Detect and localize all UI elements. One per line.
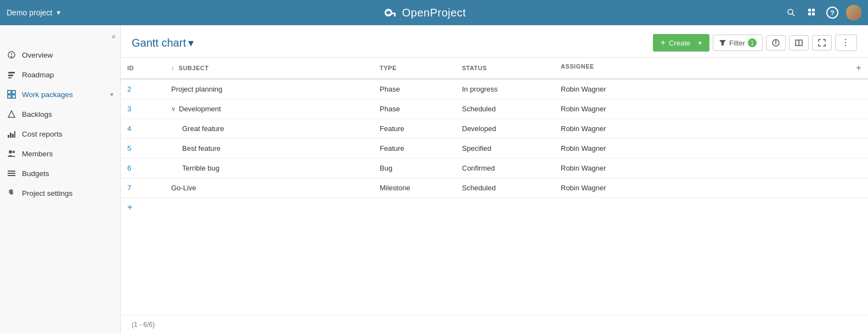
- create-label: Create: [669, 39, 690, 47]
- cell-status: Confirmed: [455, 158, 554, 178]
- sidebar-item-backlogs[interactable]: Backlogs: [0, 104, 120, 124]
- work-packages-chevron: ▾: [110, 91, 114, 98]
- cell-assignee: Robin Wagner: [554, 158, 868, 178]
- project-selector[interactable]: Demo project ▼: [7, 8, 61, 17]
- project-chevron: ▼: [55, 9, 61, 16]
- cell-status: Scheduled: [455, 99, 554, 119]
- user-avatar[interactable]: [846, 5, 861, 20]
- sort-icon[interactable]: ↕: [171, 65, 174, 71]
- svg-rect-9: [8, 72, 15, 73]
- cell-assignee: Robin Wagner: [554, 79, 868, 99]
- svg-rect-20: [14, 131, 15, 138]
- table-row: 5Best featureFeatureSpecifiedRobin Wagne…: [121, 139, 868, 158]
- svg-rect-2: [808, 9, 811, 12]
- subject-text: Go-Live: [171, 184, 196, 192]
- split-view-button[interactable]: [789, 35, 809, 50]
- svg-marker-26: [719, 40, 726, 46]
- table-header-row: ID ↕ Subject Type Status A: [121, 58, 868, 79]
- sidebar-item-work-packages[interactable]: Work packages ▾: [0, 84, 120, 104]
- cell-status: Developed: [455, 119, 554, 139]
- sidebar: « Overview Roadmap Work packages ▾: [0, 25, 121, 334]
- sidebar-item-overview[interactable]: Overview: [0, 45, 120, 65]
- content-area: Gantt chart ▾ + Create ▾ Filter 1: [121, 25, 868, 334]
- overview-icon: [7, 50, 16, 60]
- members-icon: [7, 149, 16, 158]
- sidebar-collapse-area: «: [0, 30, 120, 45]
- cell-status: Specified: [455, 139, 554, 158]
- fullscreen-button[interactable]: [812, 35, 832, 50]
- sidebar-item-cost-reports[interactable]: Cost reports: [0, 124, 120, 144]
- cell-subject: Project planning: [165, 79, 373, 99]
- page-title: Gantt chart ▾: [132, 36, 194, 49]
- row-id-link[interactable]: 3: [127, 105, 131, 113]
- cell-subject: Terrible bug: [165, 158, 373, 178]
- svg-rect-12: [8, 90, 11, 94]
- col-header-assignee: Assignee +: [554, 58, 868, 79]
- main-layout: « Overview Roadmap Work packages ▾: [0, 25, 868, 334]
- title-dropdown-arrow[interactable]: ▾: [188, 36, 194, 49]
- info-icon: [772, 39, 780, 47]
- svg-point-21: [9, 150, 12, 154]
- add-row-button[interactable]: +: [121, 198, 139, 217]
- page-title-text: Gantt chart: [132, 37, 186, 49]
- more-options-button[interactable]: ⋮: [835, 35, 857, 51]
- create-button[interactable]: + Create ▾: [653, 34, 709, 52]
- cell-subject: Great feature: [165, 119, 373, 139]
- filter-button[interactable]: Filter 1: [713, 35, 763, 51]
- cell-status: In progress: [455, 79, 554, 99]
- cell-id: 7: [121, 178, 165, 198]
- expand-icon[interactable]: ∨: [171, 105, 176, 112]
- sidebar-item-label-project-settings: Project settings: [22, 189, 114, 197]
- subject-text: Terrible bug: [182, 164, 219, 172]
- budgets-icon: [7, 168, 16, 178]
- row-id-link[interactable]: 5: [127, 144, 131, 152]
- cell-id: 3: [121, 99, 165, 119]
- col-header-type: Type: [373, 58, 455, 79]
- cell-type: Phase: [373, 79, 455, 99]
- cell-subject: Go-Live: [165, 178, 373, 198]
- content-header: Gantt chart ▾ + Create ▾ Filter 1: [121, 25, 868, 58]
- backlogs-icon: [7, 109, 16, 119]
- add-column-button[interactable]: +: [856, 63, 861, 73]
- table-row: 6Terrible bugBugConfirmedRobin Wagner: [121, 158, 868, 178]
- pagination: (1 - 6/6): [121, 315, 868, 334]
- svg-rect-4: [808, 13, 811, 15]
- subject-text: Project planning: [171, 85, 222, 93]
- svg-point-8: [11, 56, 12, 57]
- sidebar-item-members[interactable]: Members: [0, 144, 120, 163]
- table-area: ID ↕ Subject Type Status A: [121, 58, 868, 315]
- table-row: 4Great featureFeatureDevelopedRobin Wagn…: [121, 119, 868, 139]
- sidebar-item-label-work-packages: Work packages: [22, 90, 105, 99]
- sidebar-item-label-cost-reports: Cost reports: [22, 130, 114, 138]
- row-id-link[interactable]: 2: [127, 85, 131, 93]
- split-view-icon: [795, 39, 803, 47]
- sidebar-item-roadmap[interactable]: Roadmap: [0, 65, 120, 84]
- sidebar-collapse-button[interactable]: «: [111, 32, 116, 41]
- cell-id: 4: [121, 119, 165, 139]
- subject-text: Great feature: [182, 124, 224, 133]
- cell-type: Feature: [373, 139, 455, 158]
- svg-rect-10: [8, 75, 13, 76]
- cell-subject: ∨Development: [165, 99, 373, 119]
- sidebar-item-budgets[interactable]: Budgets: [0, 163, 120, 183]
- row-id-link[interactable]: 6: [127, 164, 131, 172]
- subject-text: Best feature: [182, 144, 221, 152]
- row-id-link[interactable]: 7: [127, 184, 131, 192]
- info-button[interactable]: [766, 35, 786, 50]
- help-icon[interactable]: ?: [826, 7, 838, 19]
- sidebar-item-project-settings[interactable]: Project settings: [0, 183, 120, 203]
- svg-rect-15: [12, 95, 15, 98]
- cell-subject: Best feature: [165, 139, 373, 158]
- svg-point-29: [775, 41, 776, 41]
- cell-id: 6: [121, 158, 165, 178]
- row-id-link[interactable]: 4: [127, 124, 131, 133]
- table-row: 3∨DevelopmentPhaseScheduledRobin Wagner: [121, 99, 868, 119]
- svg-rect-25: [8, 175, 15, 176]
- grid-icon[interactable]: [805, 6, 819, 19]
- col-header-status: Status: [455, 58, 554, 79]
- search-icon[interactable]: [785, 6, 798, 19]
- cell-assignee: Robin Wagner: [554, 119, 868, 139]
- filter-icon: [719, 39, 726, 47]
- svg-marker-16: [8, 111, 15, 117]
- subject-text: Development: [179, 105, 221, 113]
